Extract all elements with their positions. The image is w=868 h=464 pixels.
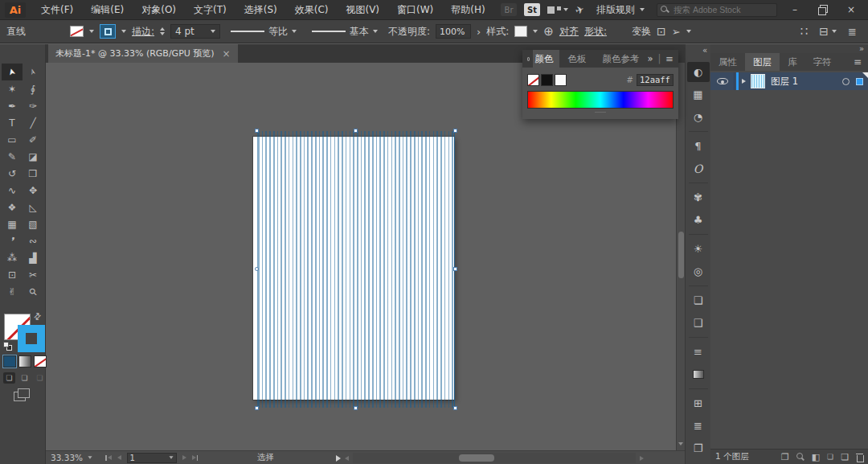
selected-line-artwork[interactable] xyxy=(257,131,455,408)
globe-icon[interactable]: ⊕ xyxy=(543,26,554,38)
stroke-proxy-blue[interactable] xyxy=(18,325,45,352)
workspace-switcher[interactable]: ⊟ xyxy=(819,26,837,37)
selection-handle[interactable] xyxy=(453,267,457,271)
expand-layer-icon[interactable] xyxy=(742,79,746,84)
perspective-grid-tool[interactable]: ◺ xyxy=(23,199,43,216)
panel-collapse-icon[interactable]: » xyxy=(647,53,653,64)
search-input[interactable] xyxy=(657,3,777,17)
isolate-selection-icon[interactable]: ➢ xyxy=(672,27,681,37)
shape-link[interactable]: 形状: xyxy=(584,25,607,39)
dock-graphic-styles-icon[interactable]: ❏ xyxy=(687,290,710,310)
lasso-tool[interactable]: ∮ xyxy=(23,80,43,97)
dock-color-icon[interactable]: ◐ xyxy=(687,62,710,82)
draw-behind-button[interactable]: ❏ xyxy=(18,372,31,384)
scroll-right-icon[interactable] xyxy=(640,456,644,461)
panel-tab-字符[interactable]: 字符 xyxy=(805,53,840,71)
dock-gradient-icon[interactable] xyxy=(687,364,710,384)
menu-帮助[interactable]: 帮助(H) xyxy=(442,0,493,20)
dock-appearance-icon[interactable]: ☀ xyxy=(687,239,710,259)
blend-tool[interactable]: ∾ xyxy=(23,232,43,249)
dock-stroke-icon[interactable]: ≡ xyxy=(687,342,710,362)
dock-artboards-icon[interactable]: ❑ xyxy=(687,313,710,333)
opacity-more-button[interactable]: › xyxy=(477,27,481,37)
status-expand-icon[interactable] xyxy=(336,455,341,462)
stroke-weight-stepper[interactable] xyxy=(160,27,165,35)
selection-handle[interactable] xyxy=(255,267,259,271)
color-panel-tab-色板[interactable]: 色板 xyxy=(559,50,594,68)
zoom-tool[interactable]: ⚲ xyxy=(23,283,43,300)
opacity-input[interactable] xyxy=(436,24,471,39)
selection-handle[interactable] xyxy=(453,406,457,410)
locate-object-icon[interactable] xyxy=(796,453,805,461)
dock-paragraph-icon[interactable]: ¶ xyxy=(687,136,710,156)
scale-tool[interactable]: ❒ xyxy=(23,165,43,182)
rotate-tool[interactable]: ↺ xyxy=(2,165,23,182)
black-swatch[interactable] xyxy=(541,74,553,86)
panel-menu-icon[interactable]: ≡ xyxy=(665,53,674,64)
horizontal-scrollbar[interactable] xyxy=(345,453,644,463)
slice-tool[interactable]: ✂ xyxy=(23,266,43,283)
stroke-link[interactable]: 描边: xyxy=(132,25,154,39)
column-graph-tool[interactable]: ▟ xyxy=(23,249,43,266)
dock-align-icon[interactable]: ≣ xyxy=(687,416,710,436)
fill-color-swatch[interactable] xyxy=(70,26,84,37)
curvature-tool[interactable]: ✑ xyxy=(23,97,43,114)
new-sublayer-icon[interactable]: ❏ xyxy=(827,454,833,461)
hand-tool[interactable]: ✌ xyxy=(2,283,23,300)
paint-color-button[interactable] xyxy=(3,355,16,368)
swap-fill-stroke-icon[interactable]: ⇄ xyxy=(31,310,44,323)
panel-tab-库[interactable]: 库 xyxy=(780,53,805,71)
color-panel-tab-颜色[interactable]: 颜色 xyxy=(533,50,559,68)
stock-badge-icon[interactable]: St xyxy=(524,3,540,16)
dock-symbols-icon[interactable]: ♣ xyxy=(687,210,710,230)
color-spectrum[interactable] xyxy=(527,91,674,109)
color-panel-tab-颜色参考[interactable]: 颜色参考 xyxy=(594,50,647,68)
arrange-documents-icon[interactable]: ∷ xyxy=(800,26,809,38)
menu-选择[interactable]: 选择(S) xyxy=(235,0,286,20)
hex-value-input[interactable] xyxy=(637,74,674,86)
selection-handle[interactable] xyxy=(354,406,358,410)
expand-dock-icon[interactable]: « xyxy=(686,44,710,55)
vertical-scrollbar-thumb[interactable] xyxy=(678,232,684,278)
horizontal-scrollbar-track[interactable] xyxy=(353,453,636,463)
first-artboard-button[interactable] xyxy=(105,455,112,461)
scroll-left-icon[interactable] xyxy=(345,456,349,461)
rocket-icon[interactable]: ✈ xyxy=(574,2,586,17)
paint-none-button[interactable] xyxy=(34,355,47,368)
mesh-tool[interactable]: ▦ xyxy=(2,216,23,232)
default-fill-stroke-icon[interactable] xyxy=(3,342,13,351)
transform-label[interactable]: 变换 xyxy=(632,25,651,39)
paintbrush-tool[interactable]: ✐ xyxy=(23,131,43,148)
horizontal-scrollbar-thumb[interactable] xyxy=(459,454,494,462)
close-tab-icon[interactable]: × xyxy=(223,48,231,60)
chevron-down-icon[interactable] xyxy=(533,30,538,33)
dock-opentype-icon[interactable]: O xyxy=(687,158,710,179)
bounding-box-icon[interactable]: ⊡ xyxy=(657,26,666,37)
document-tab[interactable]: 未标题-1* @ 33.33% (RGB/GPU 预览) × xyxy=(48,44,238,63)
menu-文字[interactable]: 文字(T) xyxy=(185,0,235,20)
none-swatch[interactable] xyxy=(527,74,539,86)
last-artboard-button[interactable] xyxy=(192,455,199,461)
target-circle-icon[interactable] xyxy=(842,78,850,85)
zoom-level[interactable]: 33.33% xyxy=(51,453,83,462)
zoom-dropdown-icon[interactable] xyxy=(88,456,92,458)
width-profile-dropdown[interactable]: 等比 xyxy=(226,24,301,39)
workspace-layout-icon[interactable] xyxy=(547,6,568,14)
draw-normal-button[interactable]: ❏ xyxy=(3,372,15,384)
eraser-tool[interactable]: ◪ xyxy=(23,148,43,165)
selection-handle[interactable] xyxy=(453,129,457,133)
panel-menu-icon[interactable]: ≡ xyxy=(854,56,868,68)
new-layer-icon[interactable]: ❏ xyxy=(841,453,849,462)
make-clip-mask-icon[interactable]: ◧ xyxy=(812,453,820,462)
type-tool[interactable]: T xyxy=(2,114,23,131)
dock-pathfinder-icon[interactable]: ❐ xyxy=(687,438,710,458)
dock-transparency-icon[interactable]: ◎ xyxy=(687,261,710,281)
stroke-weight-dropdown[interactable]: 4 pt xyxy=(170,24,220,39)
dock-transform-icon[interactable]: ⊞ xyxy=(687,393,710,413)
shape-builder-tool[interactable]: ❖ xyxy=(2,199,23,216)
chevron-down-icon[interactable] xyxy=(121,30,126,33)
menu-编辑[interactable]: 编辑(E) xyxy=(82,0,133,20)
layer-row[interactable]: 图层 1 xyxy=(710,72,868,90)
canvas[interactable] xyxy=(46,63,685,450)
free-transform-tool[interactable]: ✥ xyxy=(23,182,43,199)
